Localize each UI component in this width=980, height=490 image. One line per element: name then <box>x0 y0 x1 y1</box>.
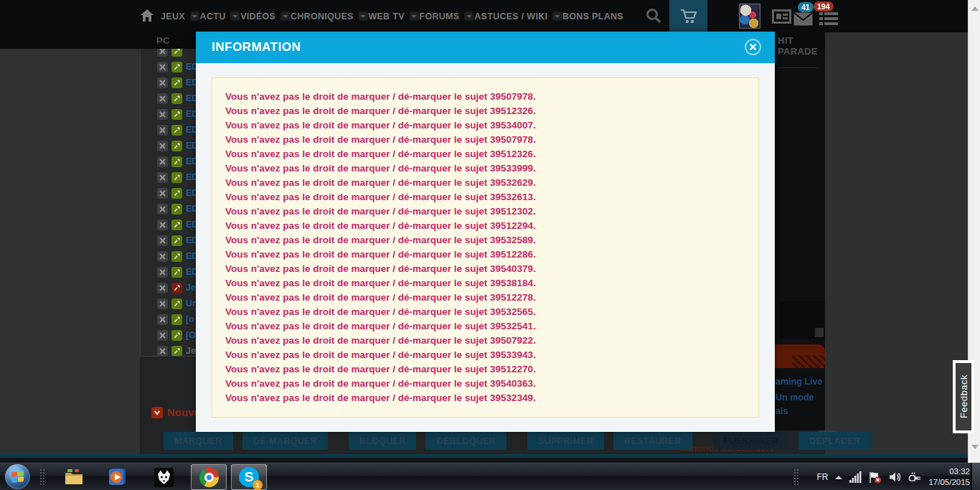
pin-icon[interactable] <box>171 204 182 215</box>
topic-title[interactable]: ED <box>186 235 196 245</box>
topic-title[interactable]: ED <box>186 141 196 151</box>
power-icon[interactable] <box>908 471 921 484</box>
nav-item[interactable]: FORUMS <box>420 11 474 22</box>
chevron-down-icon[interactable] <box>464 11 473 21</box>
foobar-icon[interactable] <box>153 467 174 487</box>
feedback-button[interactable]: Feedback <box>953 360 974 433</box>
show-desktop-button[interactable] <box>971 463 980 490</box>
pin-icon[interactable] <box>171 330 182 341</box>
pin-icon[interactable] <box>171 141 182 151</box>
moderation-button[interactable]: BLOQUER <box>349 432 417 450</box>
topic-title[interactable]: ED <box>186 172 196 182</box>
delete-topic-icon[interactable] <box>157 330 168 341</box>
delete-topic-icon[interactable] <box>157 346 168 357</box>
delete-topic-icon[interactable] <box>157 251 168 262</box>
topic-title[interactable]: ED <box>186 93 196 103</box>
pin-icon[interactable] <box>171 298 182 309</box>
moderation-button[interactable]: MARQUER <box>164 432 233 450</box>
topic-title[interactable]: ED <box>186 77 196 88</box>
moderation-button[interactable]: SUPPRIMER <box>527 432 604 450</box>
pin-icon[interactable] <box>171 109 182 120</box>
delete-topic-icon[interactable] <box>157 62 168 72</box>
pin-icon[interactable] <box>171 314 182 325</box>
topic-title[interactable]: ED <box>186 156 196 166</box>
delete-topic-icon[interactable] <box>157 141 168 151</box>
moderation-button[interactable]: DÉBLOQUER <box>425 432 507 450</box>
network-icon[interactable] <box>849 471 862 483</box>
sidebar-link-fragment[interactable]: aming Live <box>776 375 822 389</box>
pin-icon[interactable] <box>171 49 182 57</box>
topic-title[interactable]: ED <box>186 220 196 230</box>
pin-icon[interactable] <box>171 220 182 230</box>
sidebar-link-fragment[interactable]: Un mode <box>776 391 822 405</box>
chevron-down-icon[interactable] <box>359 11 368 21</box>
nav-item[interactable]: JEUX <box>161 11 199 22</box>
home-icon[interactable] <box>140 9 154 25</box>
topic-title[interactable]: Un <box>186 298 196 308</box>
pin-icon[interactable] <box>171 251 182 262</box>
moderation-button[interactable]: FUSIONNER <box>713 432 789 450</box>
delete-topic-icon[interactable] <box>157 156 168 167</box>
avatar[interactable] <box>739 4 760 29</box>
pin-icon[interactable] <box>171 283 182 293</box>
nav-item[interactable]: CHRONIQUES <box>291 11 368 22</box>
topic-title[interactable]: [O <box>186 330 196 340</box>
clock[interactable]: 03:32 17/05/2015 <box>928 466 970 488</box>
nav-item[interactable]: BONS PLANS <box>562 11 623 22</box>
scrollbar-up-icon[interactable] <box>971 6 979 11</box>
skype-taskbar-button[interactable]: S 1 <box>231 464 267 490</box>
close-icon[interactable] <box>745 39 761 55</box>
delete-topic-icon[interactable] <box>157 49 168 57</box>
delete-topic-icon[interactable] <box>157 314 168 325</box>
news-icon[interactable] <box>772 9 791 27</box>
scrollbar-down-icon[interactable] <box>971 445 979 449</box>
topic-title[interactable]: ED <box>186 251 196 261</box>
sidebar-link-fragment[interactable]: ais <box>776 405 822 418</box>
chevron-down-icon[interactable] <box>281 11 290 21</box>
delete-topic-icon[interactable] <box>157 204 168 215</box>
pin-icon[interactable] <box>171 125 182 136</box>
topic-title[interactable]: ED <box>186 188 196 198</box>
topic-title[interactable]: ED <box>186 125 196 135</box>
nav-item[interactable]: WEB TV <box>368 11 418 22</box>
nav-item[interactable]: ASTUCES / WIKI <box>474 11 562 22</box>
delete-topic-icon[interactable] <box>157 267 168 278</box>
explorer-icon[interactable] <box>63 467 85 487</box>
chevron-down-icon[interactable] <box>230 11 240 21</box>
topic-title[interactable]: [o <box>186 314 194 324</box>
action-center-icon[interactable] <box>869 471 882 484</box>
delete-topic-icon[interactable] <box>157 235 168 246</box>
delete-topic-icon[interactable] <box>157 77 168 88</box>
hidden-icons-arrow[interactable] <box>835 476 842 479</box>
delete-topic-icon[interactable] <box>157 220 168 230</box>
pin-icon[interactable] <box>171 93 182 104</box>
new-topic-link[interactable]: Nouve <box>151 406 200 418</box>
pin-icon[interactable] <box>171 172 182 183</box>
topic-title[interactable]: ED <box>186 204 196 214</box>
topic-title[interactable]: Je <box>186 283 196 293</box>
chevron-down-icon[interactable] <box>410 11 419 21</box>
topic-title[interactable]: Je <box>186 346 196 356</box>
pin-icon[interactable] <box>171 235 182 246</box>
nav-item[interactable]: ACTU <box>200 11 240 22</box>
pin-icon[interactable] <box>171 77 182 88</box>
pin-icon[interactable] <box>171 62 182 72</box>
delete-topic-icon[interactable] <box>157 283 168 293</box>
delete-topic-icon[interactable] <box>157 172 168 183</box>
topic-title[interactable]: ED <box>186 109 196 119</box>
moderation-button[interactable]: DÉPLACER <box>798 432 871 450</box>
search-icon[interactable] <box>645 7 664 26</box>
delete-topic-icon[interactable] <box>157 298 168 309</box>
media-player-icon[interactable] <box>106 467 128 487</box>
notifications-button[interactable]: 194 <box>818 1 844 27</box>
delete-topic-icon[interactable] <box>157 93 168 104</box>
pin-icon[interactable] <box>171 346 182 357</box>
delete-topic-icon[interactable] <box>157 188 168 199</box>
moderation-button[interactable]: DÉ-MARQUER <box>242 432 328 450</box>
topic-title[interactable]: ED <box>186 267 196 277</box>
chevron-down-icon[interactable] <box>190 11 199 21</box>
cart-button[interactable] <box>669 0 707 32</box>
nav-item[interactable]: VIDÉOS <box>240 11 290 22</box>
moderation-button[interactable]: RESTAURER <box>613 432 692 450</box>
pin-icon[interactable] <box>171 267 182 278</box>
